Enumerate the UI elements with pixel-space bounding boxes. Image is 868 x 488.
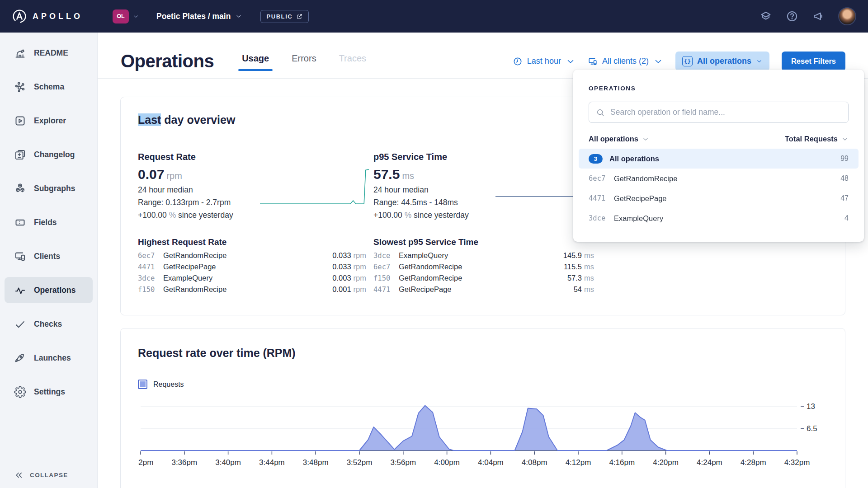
- rocket-icon: [14, 352, 26, 364]
- sidebar-item-label: Launches: [34, 353, 71, 363]
- sidebar-item-operations[interactable]: Operations: [5, 277, 93, 303]
- reset-filters-button[interactable]: Reset Filters: [782, 52, 845, 71]
- list-item[interactable]: 3dceExampleQuery0.003rpm: [138, 272, 366, 284]
- list-item[interactable]: 6ec7GetRandomRecipe0.033rpm: [138, 250, 366, 261]
- sidebar-collapse-button[interactable]: COLLAPSE: [14, 470, 68, 480]
- operation-row-all[interactable]: 3 All operations 99: [579, 149, 859, 169]
- sidebar-item-label: Operations: [34, 286, 75, 295]
- sidebar-item-settings[interactable]: Settings: [5, 379, 93, 405]
- collapse-label: COLLAPSE: [30, 472, 68, 479]
- time-range-label: Last hour: [527, 56, 561, 66]
- sidebar-item-subgraphs[interactable]: Subgraphs: [5, 175, 93, 202]
- sidebar-item-checks[interactable]: Checks: [5, 311, 93, 337]
- gear-icon: [14, 386, 26, 398]
- svg-text:3:40pm: 3:40pm: [215, 458, 241, 467]
- list-item[interactable]: f150GetRandomRecipe0.001rpm: [138, 284, 366, 295]
- operations-list: 3 All operations 99 6ec7 GetRandomRecipe…: [589, 149, 849, 228]
- svg-text:4:28pm: 4:28pm: [741, 458, 766, 467]
- request-rate-chart: 6.5133:32pm3:36pm3:40pm3:44pm3:48pm3:52p…: [138, 395, 829, 469]
- tab-traces[interactable]: Traces: [338, 49, 367, 74]
- chevron-down-icon: [132, 13, 139, 20]
- sidebar-item-label: Fields: [34, 218, 57, 227]
- public-badge[interactable]: PUBLIC: [260, 10, 309, 23]
- chart-title: Request rate over time (RPM): [138, 347, 828, 360]
- group-by-selector[interactable]: All operations: [589, 135, 649, 143]
- explorer-play-icon: [14, 115, 26, 127]
- operation-name: GetRecipePage: [614, 194, 667, 203]
- tab-usage[interactable]: Usage: [241, 49, 270, 74]
- org-badge[interactable]: OL: [113, 9, 129, 23]
- clients-filter[interactable]: All clients (2): [588, 56, 663, 66]
- graph-variant-selector[interactable]: Poetic Plates / main: [156, 12, 242, 21]
- highest-request-rate-heading: Highest Request Rate: [138, 237, 373, 247]
- sidebar-item-label: Clients: [34, 252, 60, 261]
- operation-row[interactable]: 3dce ExampleQuery 4: [579, 208, 859, 228]
- fields-icon: [14, 216, 26, 229]
- sidebar: README Schema Explorer Changelog Subgrap…: [0, 33, 98, 488]
- org-switcher[interactable]: OL: [113, 9, 139, 23]
- list-item[interactable]: 4471GetRecipePage54ms: [373, 284, 594, 295]
- legend-swatch: [138, 380, 147, 389]
- list-item[interactable]: 6ec7GetRandomRecipe115.5ms: [373, 261, 594, 272]
- clients-devices-icon: [14, 250, 26, 263]
- svg-text:13: 13: [807, 402, 815, 411]
- slowest-p95-list: Slowest p95 Service Time 3dceExampleQuer…: [373, 237, 828, 295]
- operation-row[interactable]: 4471 GetRecipePage 47: [579, 188, 859, 208]
- p95-value: 57.5ms: [373, 167, 495, 182]
- request-rate-range: Range: 0.133rpm - 2.7rpm: [138, 198, 259, 207]
- search-input[interactable]: [610, 108, 841, 117]
- operations-filter-label: All operations: [697, 56, 751, 66]
- sidebar-item-explorer[interactable]: Explorer: [5, 108, 93, 134]
- operations-filter[interactable]: {} All operations: [675, 52, 769, 71]
- sidebar-item-readme[interactable]: README: [5, 40, 93, 66]
- sidebar-item-launches[interactable]: Launches: [5, 345, 93, 371]
- chevron-down-icon: [841, 136, 849, 143]
- list-item[interactable]: 3dceExampleQuery145.9ms: [373, 250, 594, 261]
- operations-dropdown-panel: OPERATIONS All operations Total Requests…: [573, 70, 864, 242]
- subgraphs-cubes-icon: [14, 183, 26, 195]
- operation-name: ExampleQuery: [614, 214, 663, 223]
- graphos-box-icon[interactable]: [760, 10, 772, 23]
- highest-request-rate-list: Highest Request Rate 6ec7GetRandomRecipe…: [138, 237, 373, 295]
- announcements-megaphone-icon[interactable]: [812, 10, 825, 23]
- list-item[interactable]: f150GetRandomRecipe57.3ms: [373, 272, 594, 284]
- help-icon[interactable]: [786, 10, 798, 23]
- tabs: Usage Errors Traces: [241, 49, 367, 74]
- sidebar-item-fields[interactable]: Fields: [5, 209, 93, 235]
- top-bar: APOLLO OL Poetic Plates / main PUBLIC: [0, 0, 868, 33]
- list-item[interactable]: 4471GetRecipePage0.033rpm: [138, 261, 366, 272]
- legend-label: Requests: [153, 380, 184, 389]
- sidebar-item-label: Checks: [34, 319, 62, 329]
- apollo-logo-icon: [12, 9, 27, 24]
- legend-requests[interactable]: Requests: [138, 380, 201, 389]
- svg-text:4:00pm: 4:00pm: [434, 458, 460, 467]
- svg-text:4:04pm: 4:04pm: [478, 458, 504, 467]
- sidebar-item-label: Explorer: [34, 116, 66, 126]
- sort-by-selector[interactable]: Total Requests: [785, 135, 849, 143]
- sidebar-item-schema[interactable]: Schema: [5, 74, 93, 100]
- p95-median: 24 hour median: [373, 185, 495, 195]
- checkmark-icon: [14, 318, 26, 330]
- sidebar-item-label: Schema: [34, 82, 64, 92]
- external-link-icon: [296, 13, 303, 20]
- operation-row[interactable]: 6ec7 GetRandomRecipe 48: [579, 169, 859, 188]
- topbar-actions: [760, 7, 856, 25]
- operation-hash: 6ec7: [589, 174, 609, 183]
- sidebar-item-changelog[interactable]: Changelog: [5, 141, 93, 168]
- operation-request-count: 48: [840, 174, 849, 183]
- svg-text:4:12pm: 4:12pm: [566, 458, 591, 467]
- operation-search[interactable]: [589, 102, 849, 123]
- observatory-icon: [14, 47, 26, 59]
- tab-errors[interactable]: Errors: [291, 49, 317, 74]
- sidebar-item-label: Changelog: [34, 150, 75, 160]
- time-range-filter[interactable]: Last hour: [513, 56, 576, 66]
- svg-text:6.5: 6.5: [807, 424, 817, 433]
- clients-filter-label: All clients (2): [602, 56, 649, 66]
- user-avatar[interactable]: [838, 7, 856, 25]
- operations-count-badge: 3: [589, 154, 603, 164]
- sidebar-item-clients[interactable]: Clients: [5, 243, 93, 269]
- apollo-logo[interactable]: APOLLO: [12, 9, 83, 24]
- clock-icon: [513, 56, 523, 66]
- operation-name: All operations: [609, 155, 659, 163]
- svg-text:4:08pm: 4:08pm: [522, 458, 547, 467]
